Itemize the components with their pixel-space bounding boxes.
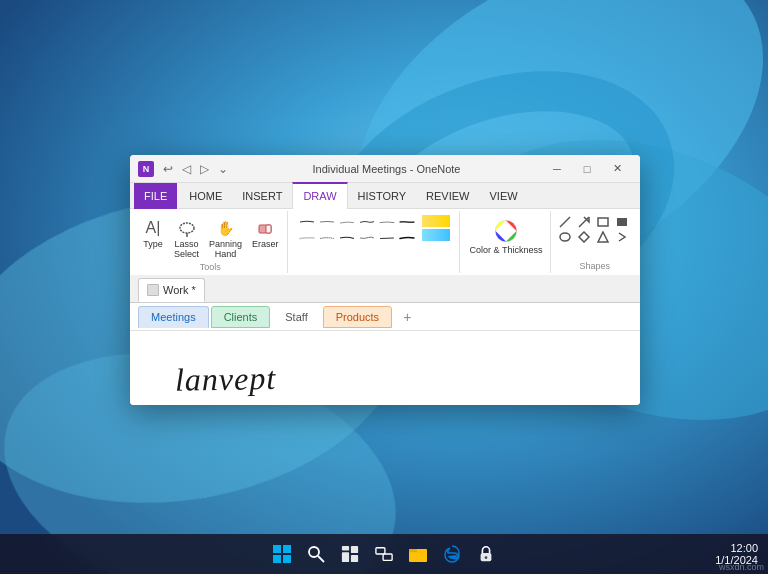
pen-3[interactable] [338,215,356,229]
ribbon-content: A| Type LassoSelect ✋ PanningHand [130,209,640,275]
tab-clients[interactable]: Clients [211,306,271,328]
tab-staff[interactable]: Staff [272,306,320,328]
tab-home[interactable]: HOME [179,183,232,209]
pen-10[interactable] [358,231,376,245]
taskbar: 12:00 1/1/2024 [0,534,768,574]
svg-point-18 [560,233,570,241]
color-label: Color & Thickness [470,246,543,256]
highlight-cyan[interactable] [422,229,450,241]
type-icon: A| [142,217,164,239]
pen-12[interactable] [398,231,416,245]
ribbon-tabs: FILE HOME INSERT DRAW HISTORY REVIEW VIE… [130,183,640,209]
time-display: 12:00 [730,542,758,554]
eraser-button[interactable]: Eraser [248,215,283,252]
color-icon-area [492,217,520,245]
pen-5[interactable] [378,215,396,229]
shape-rect-filled[interactable] [614,215,630,229]
handwriting-text: lanvept [170,349,371,405]
highlight-swatches [422,215,450,241]
shape-line[interactable] [557,215,573,229]
type-tool-button[interactable]: A| Type [138,215,168,252]
close-button[interactable]: ✕ [602,155,632,183]
color-thickness-button[interactable]: Color & Thickness [466,215,547,258]
pen-row-2 [298,231,416,245]
onenote-logo: N [138,161,154,177]
page-tabs: Meetings Clients Staff Products + [130,303,640,331]
svg-rect-23 [283,545,291,553]
tab-draw[interactable]: DRAW [292,182,347,209]
tools-group: A| Type LassoSelect ✋ PanningHand [134,211,288,273]
pen-9[interactable] [338,231,356,245]
shape-rect[interactable] [595,215,611,229]
maximize-button[interactable]: □ [572,155,602,183]
svg-point-37 [485,556,488,559]
pen-2[interactable] [318,215,336,229]
tab-history[interactable]: HISTORY [348,183,417,209]
svg-text:lanvept: lanvept [175,360,277,398]
title-bar-left: N ↩ ◁ ▷ ⌄ [138,161,231,177]
notebook-work[interactable]: Work * [138,278,205,302]
svg-rect-11 [266,225,271,233]
eraser-label: Eraser [252,240,279,250]
svg-rect-31 [351,555,358,562]
type-label: Type [143,240,163,250]
search-taskbar-button[interactable] [303,541,329,567]
lasso-label: LassoSelect [174,240,199,260]
edge-button[interactable] [439,541,465,567]
desktop: N ↩ ◁ ▷ ⌄ Individual Meetings - OneNote … [0,0,768,574]
shape-ellipse[interactable] [557,230,573,244]
back-button[interactable]: ◁ [179,162,194,176]
explorer-button[interactable] [405,541,431,567]
windows-button[interactable] [269,541,295,567]
pen-1[interactable] [298,215,316,229]
svg-rect-32 [376,548,385,554]
lasso-select-button[interactable]: LassoSelect [170,215,203,262]
shape-chevron[interactable] [614,230,630,244]
undo-button[interactable]: ↩ [160,162,176,176]
taskbar-center [269,541,499,567]
shapes-content [557,213,632,261]
tab-meetings[interactable]: Meetings [138,306,209,328]
pen-11[interactable] [378,231,396,245]
tab-view[interactable]: VIEW [479,183,527,209]
shape-arrow[interactable] [576,215,592,229]
minimize-button[interactable]: ─ [542,155,572,183]
svg-rect-25 [283,555,291,563]
lock-button[interactable] [473,541,499,567]
pen-6[interactable] [398,215,416,229]
tab-review[interactable]: REVIEW [416,183,479,209]
shapes-label: Shapes [557,261,632,271]
title-bar: N ↩ ◁ ▷ ⌄ Individual Meetings - OneNote … [130,155,640,183]
notebook-bar: Work * [130,275,640,303]
widgets-button[interactable] [337,541,363,567]
panning-hand-button[interactable]: ✋ PanningHand [205,215,246,262]
more-button[interactable]: ⌄ [215,162,231,176]
pen-tools-container [298,213,450,271]
shape-diamond[interactable] [576,230,592,244]
notebook-icon [147,284,159,296]
svg-line-14 [560,217,570,227]
pen-8[interactable] [318,231,336,245]
forward-button[interactable]: ▷ [197,162,212,176]
content-area[interactable]: lanvept [130,331,640,405]
pen-7[interactable] [298,231,316,245]
quick-access-toolbar: ↩ ◁ ▷ ⌄ [160,162,231,176]
window-title: Individual Meetings - OneNote [313,163,461,175]
shape-triangle[interactable] [595,230,611,244]
highlight-yellow[interactable] [422,215,450,227]
taskview-button[interactable] [371,541,397,567]
eraser-icon [254,217,276,239]
svg-rect-22 [273,545,281,553]
tab-add[interactable]: + [394,306,420,328]
pen-4[interactable] [358,215,376,229]
svg-marker-19 [579,232,589,242]
tab-products[interactable]: Products [323,306,392,328]
hand-icon: ✋ [215,217,237,239]
tab-file[interactable]: FILE [134,183,177,209]
hand-label: PanningHand [209,240,242,260]
onenote-window: N ↩ ◁ ▷ ⌄ Individual Meetings - OneNote … [130,155,640,405]
svg-rect-24 [273,555,281,563]
tab-insert[interactable]: INSERT [232,183,292,209]
color-group-content: Color & Thickness [466,213,547,271]
svg-rect-29 [351,546,358,553]
